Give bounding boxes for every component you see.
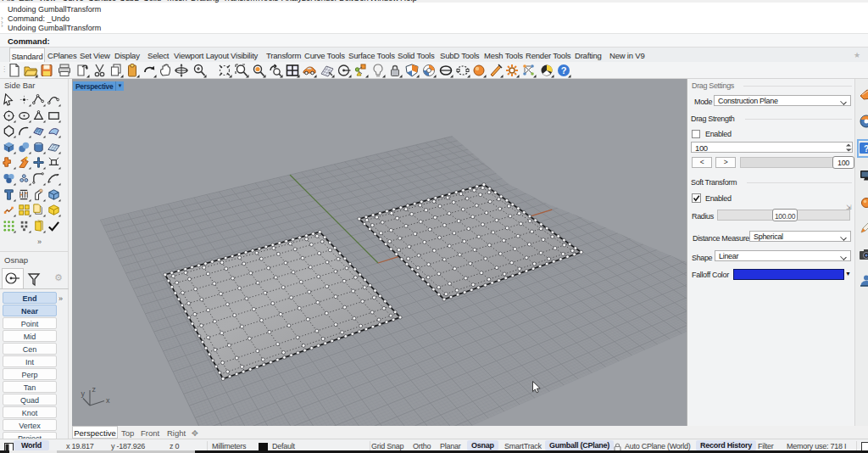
svg-text:?: ? <box>561 65 567 76</box>
svg-text:y: y <box>81 389 86 398</box>
svg-text:?: ? <box>864 144 868 154</box>
svg-text:z: z <box>92 385 97 394</box>
svg-text:x: x <box>106 396 110 405</box>
